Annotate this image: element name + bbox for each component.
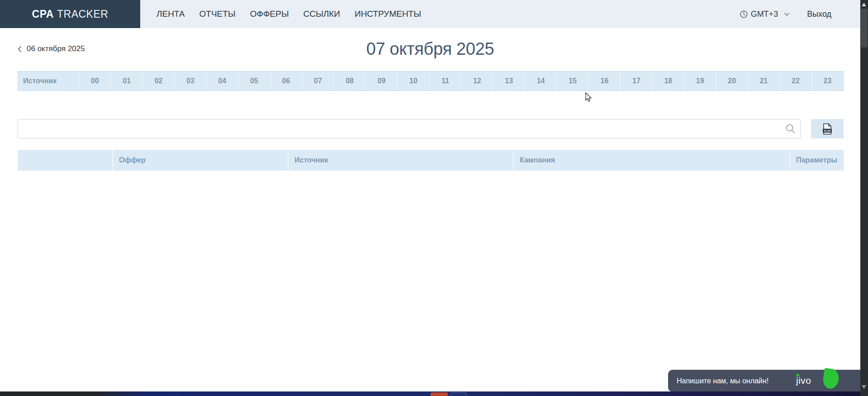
mouse-cursor (585, 92, 592, 102)
hourly-stats-header: Источник 0001020304050607080910111213141… (18, 71, 844, 91)
date-navigation: 06 октября 2025 07 октября 2025 (0, 37, 860, 61)
hour-column-08: 08 (333, 72, 365, 91)
hour-column-19: 19 (684, 72, 716, 91)
nav-item-instrumenty[interactable]: ИНСТРУМЕНТЫ (355, 9, 421, 19)
hour-column-14: 14 (525, 72, 556, 91)
main-menu: ЛЕНТАОТЧЕТЫОФФЕРЫССЫЛКИИНСТРУМЕНТЫ (157, 0, 421, 28)
hour-column-17: 17 (620, 72, 652, 91)
clock-icon (740, 10, 748, 18)
chevron-down-icon (784, 12, 790, 16)
svg-text:XLSX: XLSX (824, 129, 831, 132)
hour-column-12: 12 (461, 72, 493, 91)
hour-column-04: 04 (206, 72, 238, 91)
top-navbar: CPA TRACKER ЛЕНТАОТЧЕТЫОФФЕРЫССЫЛКИИНСТР… (0, 0, 860, 28)
hour-column-13: 13 (493, 72, 524, 91)
hour-column-16: 16 (588, 72, 620, 91)
timezone-selector[interactable]: GMT+3 (740, 10, 790, 19)
hour-column-02: 02 (142, 72, 174, 91)
hour-column-00: 00 (79, 72, 110, 91)
nav-item-offery[interactable]: ОФФЕРЫ (250, 9, 289, 19)
hour-column-06: 06 (270, 72, 302, 91)
scrollbar-thumb[interactable] (861, 9, 868, 48)
hour-column-11: 11 (429, 72, 461, 91)
hour-column-09: 09 (365, 72, 397, 91)
column-header-offer: Оффер (112, 150, 288, 171)
nav-item-ssylki[interactable]: ССЫЛКИ (304, 9, 340, 19)
hidden-outline-button-sliver (451, 392, 467, 396)
chat-message: Напишите нам, мы онлайн! (677, 377, 768, 385)
app-logo[interactable]: CPA TRACKER (0, 0, 140, 28)
hour-column-03: 03 (174, 72, 206, 91)
hour-column-20: 20 (716, 72, 747, 91)
xlsx-export-button[interactable]: XLSX (811, 119, 844, 138)
search-bar (18, 119, 801, 138)
hidden-red-button-sliver (431, 392, 448, 396)
column-header-row-label (18, 150, 112, 171)
logout-button[interactable]: Выход (807, 10, 831, 19)
hour-column-23: 23 (811, 72, 843, 91)
column-header-params: Параметры (789, 150, 844, 171)
hour-column-01: 01 (110, 72, 142, 91)
scroll-up-arrow-icon[interactable] (862, 3, 866, 6)
browser-scrollbar[interactable] (860, 0, 868, 396)
hour-column-15: 15 (556, 72, 588, 91)
page-title: 07 октября 2025 (0, 37, 860, 61)
timezone-label: GMT+3 (751, 10, 778, 19)
xlsx-file-icon: XLSX (822, 123, 832, 135)
search-input[interactable] (18, 119, 801, 138)
bottom-page-strip (0, 391, 868, 396)
hour-column-07: 07 (302, 72, 333, 91)
nav-item-lenta[interactable]: ЛЕНТА (157, 9, 185, 19)
navbar-right: GMT+3 Выход (740, 0, 860, 28)
hour-column-05: 05 (238, 72, 270, 91)
jivo-leaf-icon (822, 368, 840, 390)
column-header-source: Источник (288, 150, 513, 171)
column-header-campaign: Кампания (513, 150, 789, 171)
logo-text-rest: TRACKER (57, 8, 108, 20)
scroll-down-arrow-icon[interactable] (862, 385, 866, 389)
jivo-chat-widget[interactable]: Напишите нам, мы онлайн! jivo (668, 370, 860, 392)
jivo-logo: jivo (796, 375, 811, 386)
hour-column-10: 10 (397, 72, 429, 91)
results-table-header: ОфферИсточникКампанияПараметры (18, 150, 844, 171)
hour-column-21: 21 (748, 72, 779, 91)
logo-text-bold: CPA (32, 8, 54, 20)
source-column-label: Источник (18, 72, 79, 91)
hour-column-18: 18 (652, 72, 684, 91)
search-icon[interactable] (786, 124, 795, 134)
nav-item-otchety[interactable]: ОТЧЕТЫ (199, 9, 236, 19)
hour-column-22: 22 (779, 72, 811, 91)
